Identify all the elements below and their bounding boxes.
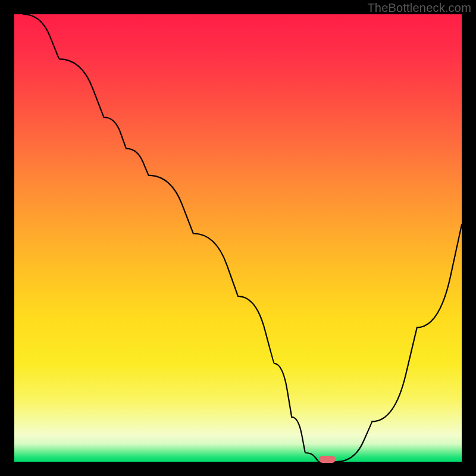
bottleneck-curve [14,14,462,462]
optimal-marker [319,456,336,463]
bottleneck-chart: TheBottleneck.com [0,0,476,476]
curve-path [23,14,462,462]
plot-area [14,14,462,462]
watermark-text: TheBottleneck.com [367,1,471,15]
